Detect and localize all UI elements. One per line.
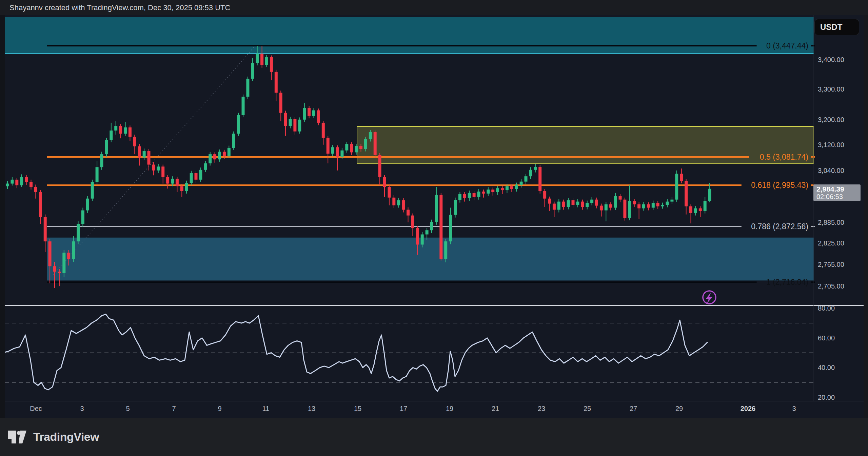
time-tick-label: 2026 — [741, 405, 756, 412]
chart-attribution-bar: Shayannv created with TradingView.com, D… — [0, 0, 868, 15]
rsi-tick-label: 20.00 — [818, 394, 835, 401]
fib-level-label: 0 (3,447.44) — [766, 41, 808, 50]
price-tick-label: 3,120.00 — [818, 141, 844, 148]
price-tick-label: 3,400.00 — [818, 56, 844, 63]
time-tick-label: 13 — [308, 405, 315, 412]
zone-demand-blue[interactable] — [47, 238, 814, 281]
rsi-tick-label: 80.00 — [818, 304, 835, 312]
time-tick-label: 27 — [630, 405, 637, 412]
time-tick-label: Dec — [30, 405, 42, 412]
tradingview-wordmark[interactable]: TradingView — [33, 430, 99, 443]
last-price-badge: 2,984.39 02:06:53 — [813, 184, 861, 201]
time-tick-label: 21 — [492, 405, 499, 412]
time-tick-label: 9 — [218, 405, 221, 412]
rsi-tick-label: 60.00 — [818, 334, 835, 342]
time-tick-label: 25 — [584, 405, 591, 412]
price-axis[interactable]: 3,400.003,300.003,200.003,120.003,040.00… — [818, 56, 844, 401]
time-tick-label: 3 — [792, 405, 796, 412]
time-tick-label: 23 — [538, 405, 545, 412]
price-tick-label: 2,825.00 — [818, 239, 844, 247]
fib-level-label: 0.786 (2,872.56) — [751, 222, 808, 231]
time-tick-label: 7 — [172, 405, 176, 412]
price-tick-label: 2,765.00 — [818, 261, 844, 268]
time-tick-label: 15 — [354, 405, 361, 412]
time-tick-label: 5 — [126, 405, 130, 412]
time-tick-label: 19 — [446, 405, 453, 412]
footer-bar: TradingView — [0, 418, 868, 456]
price-tick-label: 3,200.00 — [818, 116, 844, 123]
rsi-tick-label: 40.00 — [818, 364, 835, 371]
fib-level-0.618[interactable]: 0.618 (2,995.43) — [47, 181, 815, 190]
zone-supply-teal[interactable] — [5, 17, 814, 54]
chart-canvas[interactable]: 0 (3,447.44)0.5 (3,081.74)0.618 (2,995.4… — [0, 15, 868, 418]
time-tick-label: 11 — [262, 405, 270, 412]
lightning-icon[interactable] — [703, 291, 716, 304]
fib-level-label: 0.618 (2,995.43) — [751, 181, 808, 190]
pane-separator[interactable] — [0, 305, 868, 306]
right-margin — [864, 15, 868, 418]
candle-countdown: 02:06:53 — [816, 193, 861, 200]
price-tick-label: 3,300.00 — [818, 85, 844, 93]
chart-svg[interactable]: 0 (3,447.44)0.5 (3,081.74)0.618 (2,995.4… — [0, 15, 868, 418]
last-price: 2,984.39 — [816, 185, 861, 193]
zone-yellow-box[interactable] — [357, 126, 814, 164]
time-tick-label: 17 — [400, 405, 407, 412]
price-tick-label: 2,705.00 — [818, 282, 844, 290]
attribution-text: Shayannv created with TradingView.com, D… — [9, 3, 230, 12]
time-tick-label: 3 — [80, 405, 84, 412]
fib-level-label: 0.5 (3,081.74) — [760, 153, 808, 161]
fib-level-label: 1 (2,716.04) — [766, 278, 808, 286]
time-tick-label: 29 — [675, 405, 683, 412]
left-margin — [0, 15, 5, 418]
quote-currency-button[interactable]: USDT — [814, 19, 859, 35]
time-axis[interactable]: Dec35791113151719212325272920263 — [30, 405, 796, 412]
price-tick-label: 2,885.00 — [818, 219, 844, 226]
tradingview-logo-icon[interactable] — [7, 429, 29, 445]
price-tick-label: 3,040.00 — [818, 167, 844, 174]
